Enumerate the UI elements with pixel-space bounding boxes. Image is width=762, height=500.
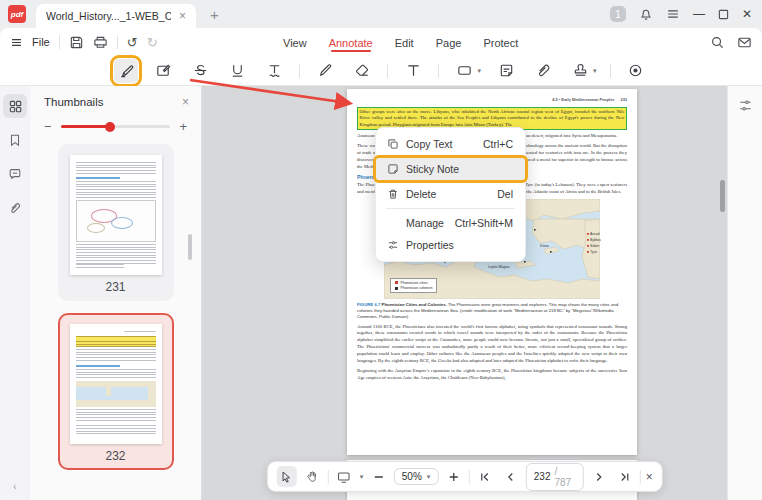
slider-knob[interactable] bbox=[105, 122, 115, 132]
tab-view[interactable]: View bbox=[283, 31, 307, 54]
undo-button[interactable]: ↺ bbox=[127, 35, 138, 50]
pencil-tool-button[interactable] bbox=[313, 59, 337, 83]
panel-close-icon[interactable]: × bbox=[182, 95, 189, 109]
stamp-tool-button[interactable]: ▾ bbox=[568, 59, 597, 83]
divider bbox=[59, 35, 60, 49]
thumbnail-page-231[interactable]: 231 bbox=[58, 144, 174, 301]
chevron-right-icon bbox=[593, 471, 605, 483]
close-toolbar-button[interactable]: × bbox=[646, 470, 653, 484]
main-scrollbar[interactable] bbox=[720, 180, 725, 212]
page-number-input[interactable]: 232 / 787 bbox=[526, 463, 584, 491]
menu-item-shortcut: Ctrl+Shift+M bbox=[455, 217, 513, 229]
menu-item-properties[interactable]: Properties bbox=[376, 234, 525, 256]
properties-panel-button[interactable] bbox=[738, 98, 753, 500]
area-highlight-icon bbox=[155, 62, 172, 79]
chevron-down-icon: ▾ bbox=[427, 473, 431, 481]
divider bbox=[438, 64, 439, 78]
print-icon[interactable] bbox=[93, 35, 108, 50]
divider bbox=[117, 35, 118, 49]
menu-item-delete[interactable]: Delete Del bbox=[376, 183, 525, 205]
collapse-sidebar-button[interactable]: ‹ bbox=[13, 481, 16, 492]
maximize-button[interactable] bbox=[718, 9, 729, 20]
strikethrough-icon bbox=[192, 62, 209, 79]
tab-page[interactable]: Page bbox=[436, 31, 462, 54]
next-page-button[interactable] bbox=[589, 466, 610, 487]
text-tool-button[interactable] bbox=[401, 59, 425, 83]
notification-badge[interactable]: 1 bbox=[610, 6, 626, 22]
zoom-in-button[interactable] bbox=[443, 466, 464, 487]
legend-swatch bbox=[395, 287, 398, 290]
file-menu[interactable]: File bbox=[32, 36, 50, 48]
map-label: Kition bbox=[540, 244, 549, 248]
tab-annotate[interactable]: Annotate bbox=[329, 31, 373, 54]
last-page-button[interactable] bbox=[614, 466, 635, 487]
panel-scrollbar[interactable] bbox=[188, 234, 192, 260]
menu-item-label: Sticky Note bbox=[406, 163, 459, 175]
highlight-tool-button[interactable] bbox=[114, 59, 138, 83]
comments-panel-button[interactable] bbox=[3, 162, 27, 186]
mail-icon[interactable] bbox=[737, 35, 752, 50]
document-tab[interactable]: World_History..._1-WEB_Copy * × bbox=[36, 4, 196, 28]
tab-edit[interactable]: Edit bbox=[395, 31, 414, 54]
eye-icon bbox=[627, 62, 644, 79]
map-label: Arvad bbox=[590, 232, 599, 236]
slider-fill bbox=[61, 125, 110, 128]
underline-tool-button[interactable] bbox=[225, 59, 249, 83]
tab-protect[interactable]: Protect bbox=[483, 31, 518, 54]
bookmark-icon bbox=[8, 133, 22, 147]
area-highlight-tool-button[interactable] bbox=[151, 59, 175, 83]
map-label: Byblos bbox=[590, 238, 601, 242]
zoom-level-select[interactable]: 50% ▾ bbox=[394, 468, 439, 485]
current-page-value: 232 bbox=[534, 471, 551, 482]
main-menu-icon[interactable] bbox=[666, 7, 680, 21]
zoom-in-thumbs[interactable]: + bbox=[179, 119, 187, 134]
thumbnails-panel-button[interactable] bbox=[3, 94, 27, 118]
show-annotations-button[interactable] bbox=[624, 59, 648, 83]
thumbnail-page-232[interactable]: 232 bbox=[58, 313, 174, 470]
zoom-level-value: 50% bbox=[402, 471, 422, 482]
tab-close-icon[interactable]: × bbox=[179, 9, 186, 23]
settings-sliders-icon bbox=[387, 239, 399, 251]
search-icon[interactable] bbox=[710, 35, 725, 50]
stamp-icon bbox=[572, 62, 589, 79]
map-label: Tyre bbox=[590, 250, 597, 254]
save-icon[interactable] bbox=[69, 35, 84, 50]
bookmarks-panel-button[interactable] bbox=[3, 128, 27, 152]
minimize-button[interactable]: — bbox=[693, 8, 705, 20]
first-page-button[interactable] bbox=[475, 466, 496, 487]
select-tool-button[interactable] bbox=[276, 466, 297, 487]
bell-icon[interactable] bbox=[639, 7, 653, 21]
zoom-out-button[interactable] bbox=[368, 466, 389, 487]
chevron-down-icon: ▾ bbox=[477, 67, 481, 75]
close-window-button[interactable]: ✕ bbox=[742, 8, 752, 20]
highlighter-icon bbox=[118, 62, 135, 79]
menu-item-sticky-note[interactable]: Sticky Note bbox=[376, 158, 525, 180]
strikethrough-tool-button[interactable] bbox=[188, 59, 212, 83]
hand-tool-button[interactable] bbox=[302, 466, 323, 487]
settings-sliders-icon bbox=[738, 98, 753, 113]
eraser-tool-button[interactable] bbox=[350, 59, 374, 83]
sticky-note-icon bbox=[498, 62, 515, 79]
redo-button[interactable]: ↻ bbox=[147, 35, 158, 50]
thumbnails-panel: Thumbnails × − + bbox=[30, 86, 202, 500]
view-toolbar: ▾ 50% ▾ 232 / 787 bbox=[266, 461, 662, 492]
menu-item-manage[interactable]: Manage Ctrl+Shift+M bbox=[376, 212, 525, 234]
first-page-icon bbox=[479, 471, 491, 483]
thumbnail-page-number: 232 bbox=[105, 449, 125, 463]
divider bbox=[640, 470, 641, 484]
zoom-out-thumbs[interactable]: − bbox=[44, 119, 52, 134]
file-menu-icon bbox=[10, 36, 23, 49]
menu-item-copy-text[interactable]: Copy Text Ctrl+C bbox=[376, 133, 525, 155]
hand-icon bbox=[306, 470, 319, 483]
page-display-mode-button[interactable] bbox=[333, 466, 354, 487]
previous-page-button[interactable] bbox=[500, 466, 521, 487]
attachment-tool-button[interactable] bbox=[531, 59, 555, 83]
divider bbox=[610, 64, 611, 78]
sticky-note-tool-button[interactable] bbox=[494, 59, 518, 83]
attachments-panel-button[interactable] bbox=[3, 196, 27, 220]
shapes-tool-button[interactable]: ▾ bbox=[452, 59, 481, 83]
squiggly-tool-button[interactable] bbox=[262, 59, 286, 83]
thumbnail-content bbox=[70, 155, 162, 275]
new-tab-button[interactable]: + bbox=[210, 6, 219, 23]
slider-track[interactable] bbox=[61, 125, 171, 128]
